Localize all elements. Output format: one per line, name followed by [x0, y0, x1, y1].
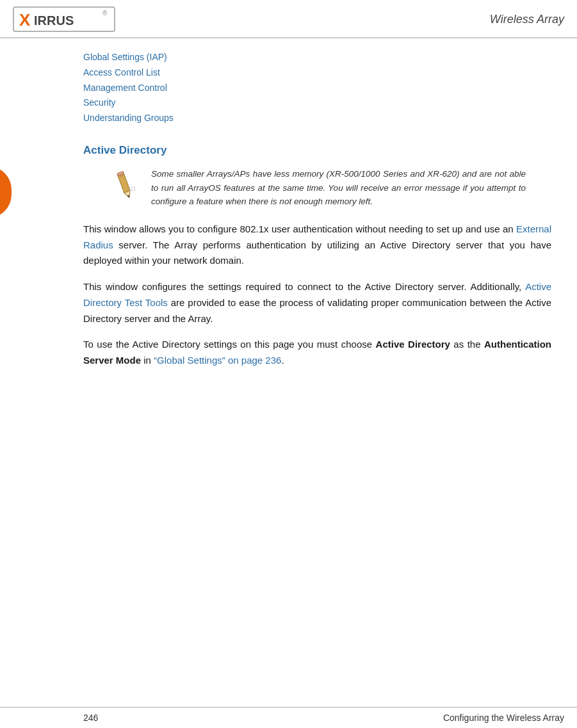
svg-text:IRRUS: IRRUS [34, 13, 74, 28]
nav-link-management-control[interactable]: Management Control [83, 81, 564, 96]
note-box: Some smaller Arrays/APs have less memory… [109, 167, 526, 209]
nav-link-global-settings[interactable]: Global Settings (IAP) [83, 50, 564, 65]
page-footer: 246 Configuring the Wireless Array [0, 707, 577, 728]
svg-line-9 [129, 187, 136, 188]
paragraph-3: To use the Active Directory settings on … [83, 337, 551, 369]
main-content: Active Directory [0, 133, 577, 707]
link-ad-test-tools[interactable]: Active Directory Test Tools [83, 281, 551, 308]
link-global-settings-ref[interactable]: “Global Settings” on page 236 [154, 355, 281, 366]
nav-link-understanding-groups[interactable]: Understanding Groups [83, 111, 564, 126]
bold-active-directory: Active Directory [376, 339, 450, 350]
link-external-radius[interactable]: External Radius [83, 223, 551, 250]
note-text: Some smaller Arrays/APs have less memory… [151, 167, 526, 209]
svg-text:®: ® [102, 10, 108, 17]
section-heading: Active Directory [83, 144, 551, 157]
logo-container: X IRRUS ® [13, 6, 115, 32]
footer-description: Configuring the Wireless Array [443, 713, 564, 723]
paragraph-1: This window allows you to configure 802.… [83, 222, 551, 269]
nav-links-container: Global Settings (IAP) Access Control Lis… [0, 38, 577, 133]
xirrus-logo: X IRRUS ® [13, 6, 115, 32]
nav-link-acl[interactable]: Access Control List [83, 65, 564, 81]
note-icon-container [109, 170, 141, 202]
page-header: X IRRUS ® Wireless Array [0, 0, 577, 38]
nav-link-security[interactable]: Security [83, 95, 564, 111]
page-wrapper: X IRRUS ® Wireless Array Global Settings… [0, 0, 577, 728]
footer-page-number: 246 [83, 713, 98, 723]
header-title: Wireless Array [490, 13, 564, 26]
svg-text:X: X [19, 10, 31, 29]
pencil-icon [110, 170, 140, 201]
paragraph-2: This window configures the settings requ… [83, 279, 551, 327]
